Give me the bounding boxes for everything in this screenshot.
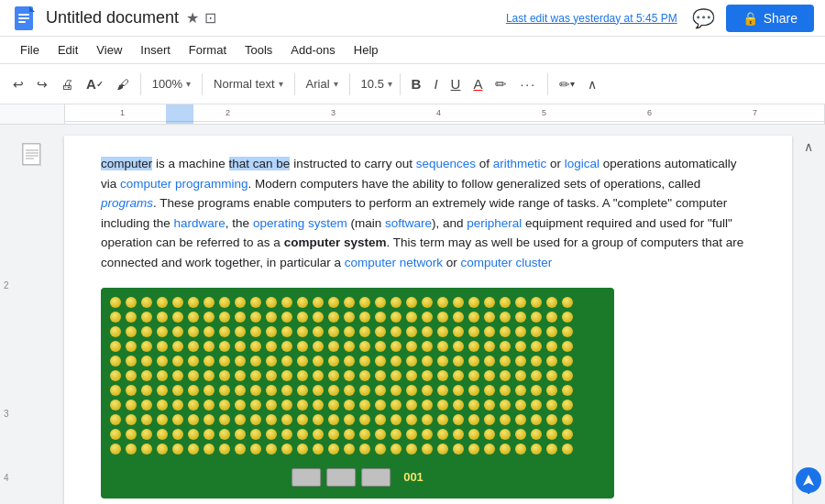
chip-dot (406, 400, 417, 411)
undo-button[interactable]: ↩ (7, 73, 29, 95)
chip-dot (188, 370, 199, 381)
chip-dot (110, 370, 121, 381)
chip-dot (141, 414, 152, 425)
paintformat-button[interactable]: 🖌 (111, 73, 135, 95)
chip-dot (235, 297, 246, 308)
link-computer-network[interactable]: computer network (345, 256, 443, 269)
chip-dots (106, 293, 609, 493)
chip-dot (468, 414, 479, 425)
chip-dot (453, 356, 464, 367)
chip-block-2 (326, 468, 356, 487)
menu-view[interactable]: View (87, 39, 131, 60)
print-button[interactable]: 🖨 (55, 73, 79, 95)
chip-dot (172, 356, 183, 367)
highlight-button[interactable]: ✏ (490, 72, 512, 96)
chip-dot (390, 370, 402, 381)
chip-dot (390, 341, 402, 352)
chip-dot (531, 429, 542, 440)
chip-dot (235, 429, 246, 440)
chip-dot (204, 385, 214, 396)
document-title[interactable]: Untitled document (46, 8, 179, 27)
menu-tools[interactable]: Tools (236, 39, 281, 60)
navigator-button[interactable] (796, 467, 821, 493)
chip-dot (484, 400, 495, 411)
menu-insert[interactable]: Insert (131, 39, 180, 60)
style-dropdown[interactable]: Normal text ▾ (208, 74, 288, 93)
chip-dot (515, 370, 526, 381)
document-content[interactable]: computer is a machine that can be instru… (64, 136, 792, 504)
chip-dot (235, 385, 246, 396)
chip-dot (500, 370, 511, 381)
menu-help[interactable]: Help (345, 39, 388, 60)
document-page: computer is a machine that can be instru… (64, 136, 792, 504)
chip-dot (515, 429, 526, 440)
chip-dot (172, 429, 183, 440)
svg-marker-19 (803, 475, 814, 486)
link-software[interactable]: software (385, 216, 432, 230)
chip-dot (281, 444, 292, 455)
chip-dot (453, 444, 464, 455)
font-color-button[interactable]: A (468, 72, 488, 95)
chip-dot (406, 370, 417, 381)
svg-rect-14 (23, 144, 41, 166)
redo-button[interactable]: ↪ (31, 73, 53, 95)
link-programs[interactable]: programs (101, 196, 153, 210)
chip-dot (437, 370, 448, 381)
separator-4 (349, 73, 350, 95)
chip-dot (562, 326, 573, 337)
chip-dot (235, 341, 246, 352)
chip-dot (313, 385, 324, 396)
comment-button[interactable]: 💬 (692, 7, 715, 29)
font-dropdown[interactable]: Arial ▾ (301, 74, 344, 93)
menu-edit[interactable]: Edit (49, 39, 87, 60)
chip-dot (204, 341, 214, 352)
separator-5 (400, 73, 401, 95)
chip-dot (546, 341, 557, 352)
chip-dot (157, 370, 168, 381)
svg-rect-3 (18, 21, 26, 23)
menu-format[interactable]: Format (180, 39, 236, 60)
link-sequences[interactable]: sequences (416, 157, 476, 170)
edit-pencil-button[interactable]: ✏ ▾ (554, 73, 580, 95)
link-os[interactable]: operating system (253, 216, 347, 230)
link-peripheral[interactable]: peripheral (467, 216, 522, 230)
chip-dot (188, 312, 199, 323)
chip-dot (375, 429, 386, 440)
chip-dot (344, 356, 355, 367)
page-structure-icon[interactable] (22, 143, 40, 165)
content-area: 2 3 4 computer is a machine that can be … (0, 125, 825, 504)
link-computer-programming[interactable]: computer programming (120, 177, 248, 191)
chip-dot (453, 341, 464, 352)
chip-dot (344, 326, 355, 337)
link-hardware[interactable]: hardware (174, 216, 226, 230)
chip-dot (359, 341, 370, 352)
chip-dot (297, 444, 308, 455)
italic-button[interactable]: I (428, 72, 443, 95)
chip-dot (297, 414, 308, 425)
bold-button[interactable]: B (406, 72, 427, 95)
more-formatting-button[interactable]: ··· (514, 73, 542, 95)
chip-dot (110, 414, 121, 425)
share-button[interactable]: 🔒 Share (726, 5, 814, 32)
chip-dot (500, 414, 511, 425)
zoom-dropdown[interactable]: 100% ▾ (147, 74, 196, 93)
drive-folder-icon[interactable]: ⊡ (204, 9, 216, 27)
left-margin: 2 3 4 (0, 125, 64, 504)
chip-dot (562, 385, 573, 396)
link-computer-cluster[interactable]: computer cluster (460, 256, 552, 269)
svg-text:3: 3 (331, 108, 336, 117)
chip-dot (562, 444, 573, 455)
underline-button[interactable]: U (446, 72, 467, 95)
chip-dot (437, 429, 448, 440)
chip-dot (110, 356, 121, 367)
menu-file[interactable]: File (11, 39, 49, 60)
chip-dot (235, 414, 246, 425)
link-logical[interactable]: logical (565, 157, 600, 170)
scroll-up-button[interactable]: ∧ (798, 136, 820, 158)
spellcheck-button[interactable]: A✓ (81, 72, 109, 95)
menu-addons[interactable]: Add-ons (281, 39, 344, 60)
font-size-dropdown[interactable]: 10.5 ▾ (356, 74, 394, 93)
collapse-toolbar-button[interactable]: ∧ (582, 73, 602, 95)
star-icon[interactable]: ★ (186, 9, 199, 27)
link-arithmetic[interactable]: arithmetic (493, 157, 547, 170)
